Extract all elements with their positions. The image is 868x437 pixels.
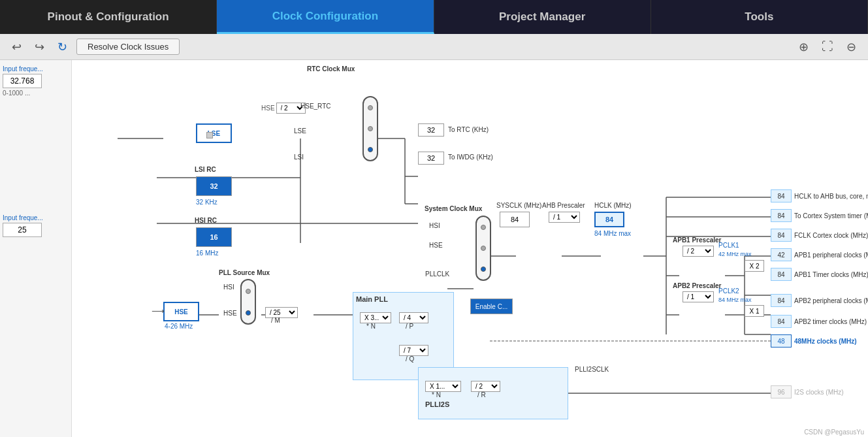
out-val-apb1t: 84 xyxy=(771,268,792,281)
out-val-apb1p: 42 xyxy=(771,248,792,261)
to-iwdg-label: To IWDG (KHz) xyxy=(448,154,493,161)
fullscreen-button[interactable]: ⛶ xyxy=(818,39,837,55)
out-val-ahb: 84 xyxy=(771,189,792,202)
hse-rtc-source-label: HSE xyxy=(261,105,275,112)
toolbar: ↩ ↪ ↻ Resolve Clock Issues ⊕ ⛶ ⊖ xyxy=(0,34,868,60)
pclk2-label: PCLK2 xyxy=(718,287,739,295)
out-val-i2s: 96 xyxy=(771,385,792,398)
output-row-48mhz: 48 48MHz clocks (MHz) xyxy=(771,334,857,348)
hse-block[interactable]: HSE xyxy=(163,302,199,321)
sysclk-label: SYSCLK (MHz) xyxy=(496,202,541,209)
output-row-cortex: 84 To Cortex System timer (M... xyxy=(771,209,868,222)
input-freq-label-1: Input freque... xyxy=(3,65,69,73)
pll-source-mux[interactable] xyxy=(240,279,256,325)
lsi-khz-label: 32 KHz xyxy=(196,199,217,206)
pclk1-max-label: 42 MHz max xyxy=(718,251,752,257)
input-freq-value-1[interactable]: 32.768 xyxy=(3,74,42,88)
out-label-ahb: HCLK to AHB bus, core, memory and DMA (M… xyxy=(794,193,868,200)
refresh-button[interactable]: ↻ xyxy=(54,39,71,56)
output-row-fclk: 84 FCLK Cortex clock (MHz) xyxy=(771,229,868,242)
input-freq-label-2: Input freque... xyxy=(3,214,69,221)
out-val-cortex: 84 xyxy=(771,209,792,222)
lse-square xyxy=(206,132,213,138)
tab-pinout[interactable]: Pinout & Configuration xyxy=(0,0,217,34)
top-nav: Pinout & Configuration Clock Configurati… xyxy=(0,0,868,34)
output-row-apb1-periph: 42 APB1 peripheral clocks (M...) xyxy=(771,248,868,261)
lsi-wire-label: LSI xyxy=(294,154,304,161)
input-freq-value-2[interactable]: 25 xyxy=(3,223,42,237)
input-range-1: 0-1000 ... xyxy=(3,89,69,97)
rtc-clock-mux-label: RTC Clock Mux xyxy=(307,65,355,73)
x1-box: X 1 xyxy=(745,305,764,317)
hse-sys-label: HSE xyxy=(429,242,443,249)
output-row-apb2-timer: 84 APB2 timer clocks (MHz) xyxy=(771,315,867,328)
apb1-div-select[interactable]: / 2 xyxy=(683,246,714,257)
div25-select[interactable]: / 25 xyxy=(265,307,298,318)
diagram-area: RTC Clock Mux HSE / 2 HSE_RTC LSE LSI 32… xyxy=(72,60,868,437)
watermark: CSDN @PegasusYu xyxy=(804,429,864,436)
sys-clk-mux[interactable] xyxy=(475,216,491,281)
out-label-cortex: To Cortex System timer (M... xyxy=(794,212,868,219)
out-label-apb2p: APB2 peripheral clocks (MHz) xyxy=(794,297,868,304)
sys-dot-1 xyxy=(481,225,486,230)
zoom-in-button[interactable]: ⊕ xyxy=(795,39,812,56)
lse-wire-label: LSE xyxy=(294,127,306,135)
hsi-mhz-label: 16 MHz xyxy=(196,250,218,257)
sys-dot-2 xyxy=(481,246,486,251)
out-val-apb2t: 84 xyxy=(771,315,792,328)
x2-box: X 2 xyxy=(745,260,764,272)
out-val-48mhz: 48 xyxy=(771,334,792,348)
tab-clock[interactable]: Clock Configuration xyxy=(217,0,434,34)
resolve-clock-issues-button[interactable]: Resolve Clock Issues xyxy=(76,39,180,55)
out-val-fclk: 84 xyxy=(771,229,792,242)
sys-dot-3 xyxy=(481,267,486,272)
to-iwdg-value: 32 xyxy=(418,152,444,165)
tab-project[interactable]: Project Manager xyxy=(434,0,651,34)
pll-src-dot-1 xyxy=(246,289,251,294)
output-row-i2s: 96 I2S clocks (MHz) xyxy=(771,385,844,398)
plli2s-div-r-select[interactable]: / 2 xyxy=(471,381,500,392)
hse-pll-label: HSE xyxy=(223,310,237,317)
pll-source-mux-label: PLL Source Mux xyxy=(219,269,270,276)
rtc-mux-dot-3 xyxy=(368,147,373,152)
tab-tools[interactable]: Tools xyxy=(651,0,868,34)
apb2-div-select[interactable]: / 1 xyxy=(683,291,714,302)
pclk2-max-label: 84 MHz max xyxy=(718,297,752,303)
div-p-select[interactable]: / 4 xyxy=(399,312,428,323)
pllclk-label: PLLCLK xyxy=(425,270,449,278)
out-val-apb2p: 84 xyxy=(771,294,792,307)
plli2s-label: PLLI2S xyxy=(425,400,449,408)
output-row-apb1-timer: 84 APB1 Timer clocks (MHz) xyxy=(771,268,868,281)
enable-css-button[interactable]: Enable C... xyxy=(470,299,513,314)
ahb-div-select[interactable]: / 1 xyxy=(549,212,580,223)
hsi-pll-label: HSI xyxy=(223,283,234,291)
out-label-i2s: I2S clocks (MHz) xyxy=(794,389,844,396)
div-q-select[interactable]: / 7 xyxy=(399,345,428,356)
rtc-mux-dot-1 xyxy=(368,105,373,110)
rtc-mux[interactable] xyxy=(362,96,378,161)
hsi-rc-label: HSI RC xyxy=(195,217,217,224)
lsi-value-box[interactable]: 32 xyxy=(196,176,232,196)
hclk-max-label: 84 MHz max xyxy=(594,230,631,237)
hse-input-arrows: ⟶ xyxy=(152,306,165,316)
mul-n-select[interactable]: X 3... xyxy=(360,312,391,323)
plli2s-mul-n-select[interactable]: X 1... xyxy=(425,381,461,392)
hsi-value-box[interactable]: 16 xyxy=(196,227,232,247)
to-rtc-value: 32 xyxy=(418,123,444,137)
hclk-label: HCLK (MHz) xyxy=(594,202,632,209)
apb2-prescaler-label: APB2 Prescaler xyxy=(673,282,722,289)
main-area: Input freque... 32.768 0-1000 ... Input … xyxy=(0,60,868,437)
sysclk-value: 84 xyxy=(500,212,530,227)
output-row-ahb: 84 HCLK to AHB bus, core, memory and DMA… xyxy=(771,189,868,202)
lse-block[interactable]: LSE xyxy=(196,123,232,143)
hclk-value: 84 xyxy=(594,212,624,227)
out-label-apb1t: APB1 Timer clocks (MHz) xyxy=(794,271,868,278)
plli2sclk-label: PLLI2SCLK xyxy=(575,366,609,373)
redo-button[interactable]: ↪ xyxy=(31,39,48,56)
hse-rtc-label: HSE_RTC xyxy=(300,103,331,110)
ahb-prescaler-label: AHB Prescaler xyxy=(542,202,585,209)
zoom-out-button[interactable]: ⊖ xyxy=(843,39,860,56)
lsi-rc-label: LSI RC xyxy=(195,166,216,173)
plli2s-div-r-label: / R xyxy=(477,391,486,398)
undo-button[interactable]: ↩ xyxy=(8,39,25,56)
